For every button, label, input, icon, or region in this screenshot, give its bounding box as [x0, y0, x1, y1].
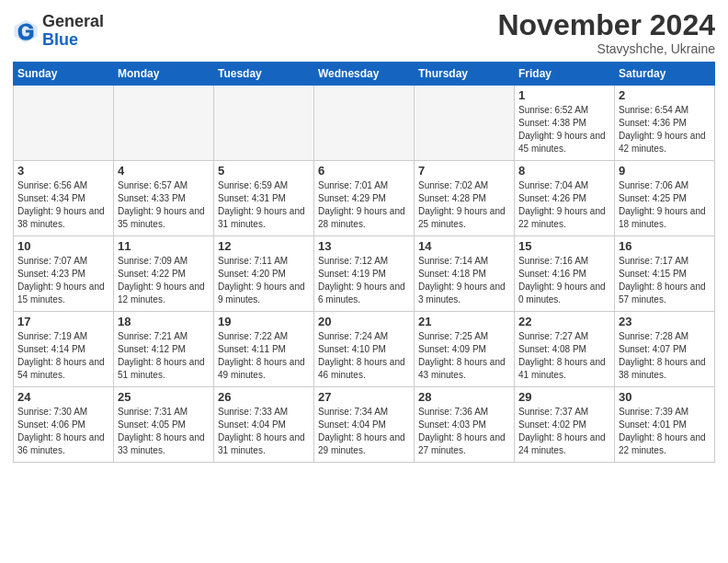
calendar-week-row: 1Sunrise: 6:52 AM Sunset: 4:38 PM Daylig…	[14, 86, 715, 161]
day-info: Sunrise: 7:09 AM Sunset: 4:22 PM Dayligh…	[118, 255, 210, 306]
calendar-weekday: Thursday	[415, 63, 515, 86]
day-number: 23	[619, 315, 711, 328]
day-number: 8	[518, 164, 610, 178]
day-info: Sunrise: 7:14 AM Sunset: 4:18 PM Dayligh…	[418, 255, 510, 306]
calendar-cell: 18Sunrise: 7:21 AM Sunset: 4:12 PM Dayli…	[114, 312, 214, 387]
calendar-cell: 2Sunrise: 6:54 AM Sunset: 4:36 PM Daylig…	[615, 86, 715, 161]
calendar-cell: 4Sunrise: 6:57 AM Sunset: 4:33 PM Daylig…	[114, 161, 214, 236]
day-info: Sunrise: 7:31 AM Sunset: 4:05 PM Dayligh…	[118, 406, 210, 457]
day-number: 14	[418, 239, 510, 253]
calendar-cell: 28Sunrise: 7:36 AM Sunset: 4:03 PM Dayli…	[415, 387, 515, 463]
day-number: 30	[619, 390, 711, 404]
day-info: Sunrise: 7:22 AM Sunset: 4:11 PM Dayligh…	[218, 330, 310, 382]
calendar-cell: 12Sunrise: 7:11 AM Sunset: 4:20 PM Dayli…	[214, 236, 314, 312]
logo-text: General Blue	[42, 13, 104, 50]
calendar-cell: 20Sunrise: 7:24 AM Sunset: 4:10 PM Dayli…	[314, 312, 415, 387]
calendar-cell: 13Sunrise: 7:12 AM Sunset: 4:19 PM Dayli…	[314, 236, 415, 312]
calendar-cell: 17Sunrise: 7:19 AM Sunset: 4:14 PM Dayli…	[14, 312, 114, 387]
day-number: 12	[218, 239, 310, 253]
day-number: 13	[318, 239, 410, 253]
day-number: 21	[418, 315, 510, 328]
day-info: Sunrise: 7:24 AM Sunset: 4:10 PM Dayligh…	[318, 330, 410, 382]
day-info: Sunrise: 7:34 AM Sunset: 4:04 PM Dayligh…	[318, 406, 410, 457]
calendar-weekday: Monday	[114, 63, 214, 86]
title-block: November 2024 Stavyshche, Ukraine	[497, 9, 715, 56]
calendar-cell: 26Sunrise: 7:33 AM Sunset: 4:04 PM Dayli…	[214, 387, 314, 463]
logo-blue: Blue	[42, 30, 78, 49]
day-info: Sunrise: 7:33 AM Sunset: 4:04 PM Dayligh…	[218, 406, 310, 457]
calendar-cell: 23Sunrise: 7:28 AM Sunset: 4:07 PM Dayli…	[615, 312, 715, 387]
day-number: 15	[518, 239, 610, 253]
calendar-cell: 5Sunrise: 6:59 AM Sunset: 4:31 PM Daylig…	[214, 161, 314, 236]
calendar-cell: 1Sunrise: 6:52 AM Sunset: 4:38 PM Daylig…	[515, 86, 615, 161]
day-info: Sunrise: 7:25 AM Sunset: 4:09 PM Dayligh…	[418, 330, 510, 382]
day-number: 20	[318, 315, 410, 328]
day-info: Sunrise: 7:02 AM Sunset: 4:28 PM Dayligh…	[418, 179, 510, 231]
calendar-cell: 22Sunrise: 7:27 AM Sunset: 4:08 PM Dayli…	[515, 312, 615, 387]
calendar-weekday: Tuesday	[214, 63, 314, 86]
calendar-cell: 10Sunrise: 7:07 AM Sunset: 4:23 PM Dayli…	[14, 236, 114, 312]
day-info: Sunrise: 7:19 AM Sunset: 4:14 PM Dayligh…	[17, 330, 109, 382]
calendar-weekday: Saturday	[615, 63, 715, 86]
day-number: 25	[118, 390, 210, 404]
day-number: 18	[118, 315, 210, 328]
calendar-cell: 16Sunrise: 7:17 AM Sunset: 4:15 PM Dayli…	[615, 236, 715, 312]
day-info: Sunrise: 6:52 AM Sunset: 4:38 PM Dayligh…	[518, 104, 610, 155]
calendar-cell: 14Sunrise: 7:14 AM Sunset: 4:18 PM Dayli…	[415, 236, 515, 312]
calendar-weekday: Friday	[515, 63, 615, 86]
day-info: Sunrise: 7:36 AM Sunset: 4:03 PM Dayligh…	[418, 406, 510, 457]
calendar-week-row: 10Sunrise: 7:07 AM Sunset: 4:23 PM Dayli…	[14, 236, 715, 312]
calendar-cell: 25Sunrise: 7:31 AM Sunset: 4:05 PM Dayli…	[114, 387, 214, 463]
day-number: 22	[518, 315, 610, 328]
day-info: Sunrise: 7:04 AM Sunset: 4:26 PM Dayligh…	[518, 179, 610, 231]
day-info: Sunrise: 7:01 AM Sunset: 4:29 PM Dayligh…	[318, 179, 410, 231]
day-info: Sunrise: 6:57 AM Sunset: 4:33 PM Dayligh…	[118, 179, 210, 231]
day-info: Sunrise: 7:17 AM Sunset: 4:15 PM Dayligh…	[619, 255, 711, 306]
day-number: 5	[218, 164, 310, 178]
day-info: Sunrise: 6:59 AM Sunset: 4:31 PM Dayligh…	[218, 179, 310, 231]
day-number: 10	[17, 239, 109, 253]
day-info: Sunrise: 7:39 AM Sunset: 4:01 PM Dayligh…	[619, 406, 711, 457]
page: General Blue November 2024 Stavyshche, U…	[0, 0, 728, 563]
calendar-cell: 21Sunrise: 7:25 AM Sunset: 4:09 PM Dayli…	[415, 312, 515, 387]
calendar-cell: 6Sunrise: 7:01 AM Sunset: 4:29 PM Daylig…	[314, 161, 415, 236]
calendar-cell: 19Sunrise: 7:22 AM Sunset: 4:11 PM Dayli…	[214, 312, 314, 387]
day-info: Sunrise: 7:11 AM Sunset: 4:20 PM Dayligh…	[218, 255, 310, 306]
day-number: 11	[118, 239, 210, 253]
day-info: Sunrise: 7:37 AM Sunset: 4:02 PM Dayligh…	[518, 406, 610, 457]
calendar-cell	[114, 86, 214, 161]
calendar-cell: 29Sunrise: 7:37 AM Sunset: 4:02 PM Dayli…	[515, 387, 615, 463]
logo-icon	[13, 18, 39, 44]
day-number: 29	[518, 390, 610, 404]
day-info: Sunrise: 7:21 AM Sunset: 4:12 PM Dayligh…	[118, 330, 210, 382]
day-info: Sunrise: 7:28 AM Sunset: 4:07 PM Dayligh…	[619, 330, 711, 382]
calendar-cell	[14, 86, 114, 161]
calendar-cell: 27Sunrise: 7:34 AM Sunset: 4:04 PM Dayli…	[314, 387, 415, 463]
day-info: Sunrise: 7:16 AM Sunset: 4:16 PM Dayligh…	[518, 255, 610, 306]
calendar-cell	[314, 86, 415, 161]
calendar-cell: 15Sunrise: 7:16 AM Sunset: 4:16 PM Dayli…	[515, 236, 615, 312]
calendar-table: SundayMondayTuesdayWednesdayThursdayFrid…	[13, 62, 715, 463]
day-number: 6	[318, 164, 410, 178]
calendar-cell: 9Sunrise: 7:06 AM Sunset: 4:25 PM Daylig…	[615, 161, 715, 236]
day-number: 7	[418, 164, 510, 178]
day-number: 24	[17, 390, 109, 404]
day-number: 3	[17, 164, 109, 178]
day-info: Sunrise: 7:06 AM Sunset: 4:25 PM Dayligh…	[619, 179, 711, 231]
calendar-header-row: SundayMondayTuesdayWednesdayThursdayFrid…	[14, 63, 715, 86]
calendar-weekday: Sunday	[14, 63, 114, 86]
logo: General Blue	[13, 13, 104, 50]
day-number: 17	[17, 315, 109, 328]
calendar-cell: 24Sunrise: 7:30 AM Sunset: 4:06 PM Dayli…	[14, 387, 114, 463]
day-info: Sunrise: 7:07 AM Sunset: 4:23 PM Dayligh…	[17, 255, 109, 306]
calendar-week-row: 24Sunrise: 7:30 AM Sunset: 4:06 PM Dayli…	[14, 387, 715, 463]
day-number: 4	[118, 164, 210, 178]
calendar-cell: 7Sunrise: 7:02 AM Sunset: 4:28 PM Daylig…	[415, 161, 515, 236]
calendar-cell	[214, 86, 314, 161]
logo-general: General	[42, 12, 104, 30]
day-number: 19	[218, 315, 310, 328]
day-info: Sunrise: 7:30 AM Sunset: 4:06 PM Dayligh…	[17, 406, 109, 457]
calendar-week-row: 17Sunrise: 7:19 AM Sunset: 4:14 PM Dayli…	[14, 312, 715, 387]
calendar-cell	[415, 86, 515, 161]
day-info: Sunrise: 7:12 AM Sunset: 4:19 PM Dayligh…	[318, 255, 410, 306]
